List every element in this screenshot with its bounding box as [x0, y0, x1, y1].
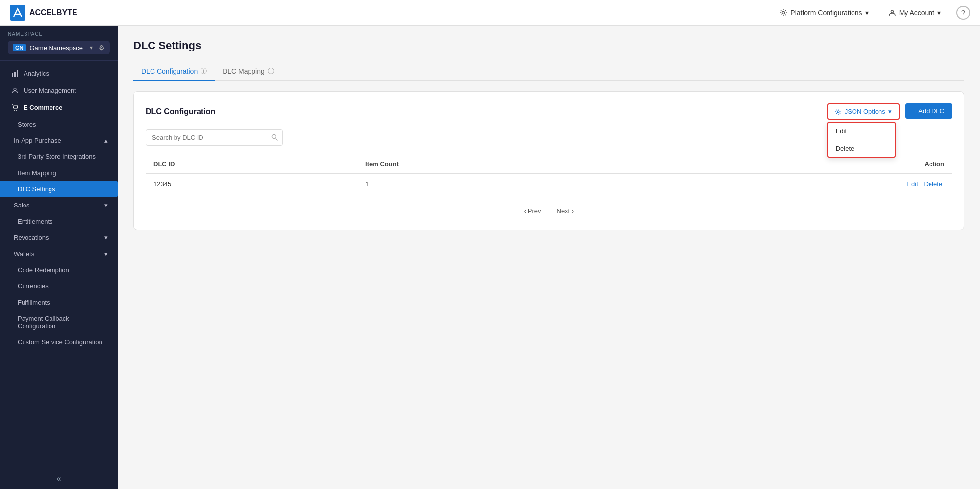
svg-rect-4	[14, 72, 16, 77]
dlc-search-input[interactable]	[146, 129, 283, 146]
collapse-icon: «	[57, 474, 61, 483]
currencies-label: Currencies	[18, 283, 49, 290]
topbar-right: Platform Configurations ▾ My Account ▾ ?	[776, 6, 970, 20]
namespace-name: Game Namespace	[30, 44, 86, 51]
sidebar-item-code-redemption[interactable]: Code Redemption	[0, 262, 118, 278]
page-title: DLC Settings	[133, 39, 964, 52]
sidebar-item-item-mapping[interactable]: Item Mapping	[0, 165, 118, 181]
card-header: DLC Configuration JSON Options ▾	[146, 103, 952, 120]
column-action: Action	[638, 155, 952, 173]
my-account-chevron: ▾	[937, 9, 941, 17]
row-delete-button[interactable]: Delete	[922, 180, 944, 188]
third-party-label: 3rd Party Store Integrations	[18, 153, 96, 160]
row-edit-button[interactable]: Edit	[905, 180, 920, 188]
analytics-icon	[11, 70, 19, 77]
tab-dlc-config-info-icon: ⓘ	[201, 67, 207, 76]
sidebar-item-wallets[interactable]: Wallets ▾	[0, 246, 118, 262]
next-label: Next ›	[557, 207, 574, 215]
svg-point-6	[14, 88, 16, 91]
in-app-purchase-label: In-App Purchase	[14, 137, 61, 144]
revocations-chevron-icon: ▾	[104, 234, 108, 241]
sidebar-item-user-management[interactable]: User Management	[0, 82, 118, 99]
user-icon	[888, 9, 896, 17]
cell-dlc-id: 12345	[146, 173, 357, 195]
search-button[interactable]	[271, 133, 278, 142]
dlc-table: DLC ID Item Count Action 12345 1 Edit De…	[146, 155, 952, 195]
add-dlc-label: + Add DLC	[913, 107, 944, 115]
fulfillments-label: Fulfillments	[18, 299, 50, 306]
sidebar-item-in-app-purchase[interactable]: In-App Purchase ▴	[0, 132, 118, 149]
json-options-dropdown: Edit Delete	[827, 122, 896, 158]
item-mapping-label: Item Mapping	[18, 169, 56, 177]
json-options-wrapper: JSON Options ▾ Edit Delete	[827, 103, 900, 120]
svg-point-7	[14, 110, 15, 111]
my-account-button[interactable]: My Account ▾	[884, 7, 945, 19]
column-item-count: Item Count	[357, 155, 638, 173]
card-title: DLC Configuration	[146, 107, 215, 116]
sidebar-item-fulfillments[interactable]: Fulfillments	[0, 294, 118, 310]
sidebar-item-revocations[interactable]: Revocations ▾	[0, 230, 118, 246]
stores-label: Stores	[18, 121, 36, 128]
sales-chevron-icon: ▾	[104, 202, 108, 209]
sidebar-item-entitlements[interactable]: Entitlements	[0, 213, 118, 230]
layout: NAMESPACE GN Game Namespace ▾ ⚙ Analytic…	[0, 26, 980, 489]
prev-button[interactable]: ‹ Prev	[520, 205, 545, 218]
sidebar-item-payment-callback[interactable]: Payment Callback Configuration	[0, 310, 118, 334]
tab-dlc-mapping[interactable]: DLC Mapping ⓘ	[215, 62, 282, 81]
sidebar-item-analytics[interactable]: Analytics	[0, 65, 118, 82]
custom-service-label: Custom Service Configuration	[18, 338, 102, 346]
platform-config-button[interactable]: Platform Configurations ▾	[776, 7, 872, 19]
tab-dlc-mapping-info-icon: ⓘ	[268, 67, 274, 76]
table-body: 12345 1 Edit Delete	[146, 173, 952, 195]
json-options-chevron-icon: ▾	[888, 108, 892, 115]
sidebar-item-dlc-settings[interactable]: DLC Settings	[0, 181, 118, 197]
code-redemption-label: Code Redemption	[18, 266, 69, 274]
logo: ACCELBYTE	[10, 5, 77, 21]
table-head: DLC ID Item Count Action	[146, 155, 952, 173]
accelbyte-logo-icon	[10, 5, 25, 21]
namespace-gear-icon[interactable]: ⚙	[99, 44, 105, 51]
tab-dlc-configuration[interactable]: DLC Configuration ⓘ	[133, 62, 215, 81]
cell-item-count: 1	[357, 173, 638, 195]
analytics-label: Analytics	[24, 70, 49, 77]
topbar: ACCELBYTE Platform Configurations ▾ My A…	[0, 0, 980, 26]
in-app-purchase-chevron-icon: ▴	[104, 137, 108, 144]
user-management-label: User Management	[24, 87, 76, 94]
sidebar-item-stores[interactable]: Stores	[0, 116, 118, 132]
sidebar-collapse-button[interactable]: «	[0, 468, 118, 489]
json-dropdown-delete[interactable]: Delete	[828, 140, 895, 157]
entitlements-label: Entitlements	[18, 218, 53, 225]
logo-text: ACCELBYTE	[29, 8, 77, 17]
cell-actions: Edit Delete	[638, 173, 952, 195]
json-options-button[interactable]: JSON Options ▾	[827, 103, 900, 120]
sidebar-item-third-party[interactable]: 3rd Party Store Integrations	[0, 149, 118, 165]
search-wrapper	[146, 129, 283, 146]
sidebar-item-sales[interactable]: Sales ▾	[0, 197, 118, 213]
svg-point-10	[272, 134, 276, 138]
json-dropdown-edit[interactable]: Edit	[828, 123, 895, 140]
svg-point-2	[891, 10, 893, 13]
help-button[interactable]: ?	[956, 6, 970, 20]
namespace-section: NAMESPACE GN Game Namespace ▾ ⚙	[0, 26, 118, 61]
add-dlc-button[interactable]: + Add DLC	[905, 103, 952, 119]
next-button[interactable]: Next ›	[553, 205, 578, 218]
ecommerce-label: E Commerce	[24, 104, 62, 111]
table-row: 12345 1 Edit Delete	[146, 173, 952, 195]
namespace-chevron-icon: ▾	[90, 44, 93, 51]
svg-rect-0	[10, 5, 25, 21]
dlc-settings-label: DLC Settings	[18, 185, 55, 193]
gear-icon	[779, 9, 787, 17]
sidebar-item-ecommerce[interactable]: E Commerce	[0, 99, 118, 116]
user-management-icon	[11, 87, 19, 94]
namespace-label: NAMESPACE	[8, 31, 110, 37]
sidebar-nav: Analytics User Management E Commerce Sto…	[0, 61, 118, 468]
sidebar-item-currencies[interactable]: Currencies	[0, 278, 118, 294]
json-options-label: JSON Options	[845, 108, 885, 115]
sidebar-item-custom-service[interactable]: Custom Service Configuration	[0, 334, 118, 350]
svg-point-8	[16, 110, 17, 111]
card-actions: JSON Options ▾ Edit Delete + Add DLC	[827, 103, 952, 120]
svg-point-9	[837, 111, 839, 113]
ecommerce-icon	[11, 104, 19, 111]
svg-rect-5	[17, 70, 18, 77]
namespace-selector[interactable]: GN Game Namespace ▾ ⚙	[8, 41, 110, 54]
